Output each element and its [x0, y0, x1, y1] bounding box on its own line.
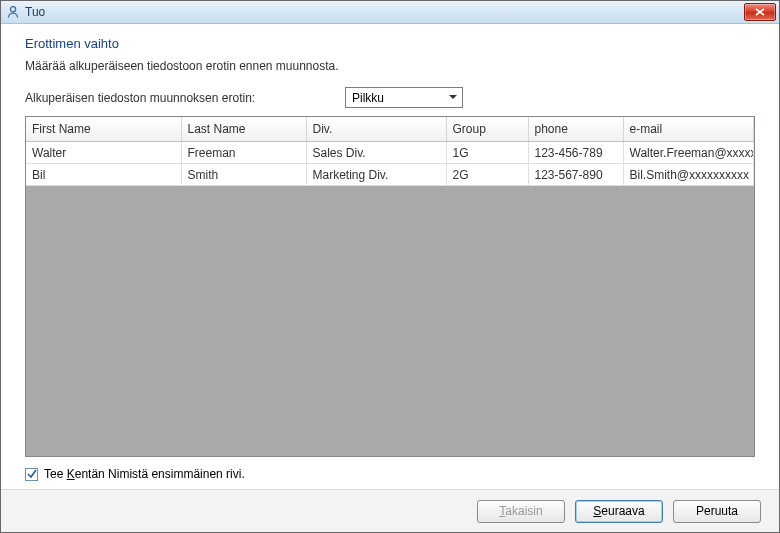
col-last-name[interactable]: Last Name: [181, 117, 306, 142]
cell: Walter.Freeman@xxxxxxxx: [623, 142, 754, 164]
first-row-headers-label: Tee Kentän Nimistä ensimmäinen rivi.: [44, 467, 245, 481]
table-header-row: First Name Last Name Div. Group phone e-…: [26, 117, 754, 142]
dropdown-selected: Pilkku: [352, 91, 384, 105]
section-heading: Erottimen vaihto: [25, 36, 755, 51]
cell: Sales Div.: [306, 142, 446, 164]
section-description: Määrää alkuperäiseen tiedostoon erotin e…: [25, 59, 755, 73]
next-button[interactable]: Seuraava: [575, 500, 663, 523]
col-email[interactable]: e-mail: [623, 117, 754, 142]
col-phone[interactable]: phone: [528, 117, 623, 142]
table-row[interactable]: Walter Freeman Sales Div. 1G 123-456-789…: [26, 142, 754, 164]
close-button[interactable]: [744, 3, 776, 21]
preview-table: First Name Last Name Div. Group phone e-…: [26, 117, 754, 186]
col-group[interactable]: Group: [446, 117, 528, 142]
first-row-headers-checkbox[interactable]: [25, 468, 38, 481]
cell: Walter: [26, 142, 181, 164]
cell: 123-456-789: [528, 142, 623, 164]
svg-point-0: [10, 7, 15, 12]
cell: Freeman: [181, 142, 306, 164]
col-div[interactable]: Div.: [306, 117, 446, 142]
col-first-name[interactable]: First Name: [26, 117, 181, 142]
cell: Bil: [26, 164, 181, 186]
user-icon: [5, 4, 21, 20]
dialog-content: Erottimen vaihto Määrää alkuperäiseen ti…: [1, 24, 779, 489]
separator-row: Alkuperäisen tiedoston muunnoksen erotin…: [25, 87, 755, 108]
back-button: Takaisin: [477, 500, 565, 523]
window-title: Tuo: [25, 5, 45, 19]
titlebar: Tuo: [1, 1, 779, 24]
button-bar: Takaisin Seuraava Peruuta: [1, 489, 779, 532]
separator-label: Alkuperäisen tiedoston muunnoksen erotin…: [25, 91, 345, 105]
preview-table-container: First Name Last Name Div. Group phone e-…: [25, 116, 755, 457]
import-dialog: Tuo Erottimen vaihto Määrää alkuperäisee…: [0, 0, 780, 533]
cancel-button[interactable]: Peruuta: [673, 500, 761, 523]
cell: Smith: [181, 164, 306, 186]
separator-dropdown[interactable]: Pilkku: [345, 87, 463, 108]
cell: Marketing Div.: [306, 164, 446, 186]
cell: 1G: [446, 142, 528, 164]
cell: 123-567-890: [528, 164, 623, 186]
chevron-down-icon: [445, 89, 460, 106]
first-row-headers-option: Tee Kentän Nimistä ensimmäinen rivi.: [25, 467, 755, 481]
cell: Bil.Smith@xxxxxxxxxx: [623, 164, 754, 186]
table-row[interactable]: Bil Smith Marketing Div. 2G 123-567-890 …: [26, 164, 754, 186]
cell: 2G: [446, 164, 528, 186]
